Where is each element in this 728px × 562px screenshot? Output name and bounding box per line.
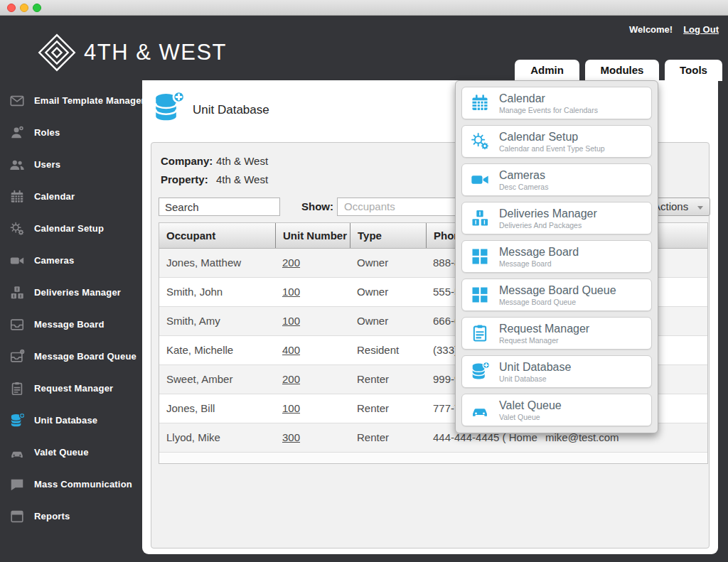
modules-dropdown-menu: CalendarManage Events for CalendarsCalen… xyxy=(455,80,658,433)
table-footer-strip xyxy=(159,453,707,463)
brand-logo-icon xyxy=(37,33,77,72)
unit-database-icon xyxy=(151,91,185,124)
calendar-icon xyxy=(470,93,490,113)
menu-item-unit-database[interactable]: Unit DatabaseUnit Database xyxy=(461,355,652,388)
unit-number-cell: 100 xyxy=(275,278,350,306)
unit-number-cell: 200 xyxy=(275,249,350,277)
calendar-icon xyxy=(9,189,25,205)
unit-number-link[interactable]: 300 xyxy=(282,431,300,443)
unit-number-link[interactable]: 200 xyxy=(282,256,300,269)
menu-item-title: Cameras xyxy=(499,169,548,182)
occupant-cell: Smith, John xyxy=(159,278,275,306)
menu-item-calendar[interactable]: CalendarManage Events for Calendars xyxy=(461,87,652,119)
menu-item-title: Unit Database xyxy=(499,361,571,374)
column-header-type[interactable]: Type xyxy=(350,223,426,248)
gears-icon xyxy=(9,221,25,237)
tab-admin[interactable]: Admin xyxy=(515,60,579,81)
menu-item-title: Message Board xyxy=(499,246,579,259)
sidebar-item-cameras[interactable]: Cameras xyxy=(0,244,142,276)
menu-item-subtitle: Unit Database xyxy=(499,374,571,383)
sidebar-item-calendar-setup[interactable]: Calendar Setup xyxy=(0,212,142,244)
company-label: Company: xyxy=(161,155,213,167)
unit-number-cell: 200 xyxy=(275,365,350,394)
videocam-icon xyxy=(9,253,25,269)
sidebar-item-mass-communication[interactable]: Mass Communication xyxy=(0,468,142,500)
menu-item-valet-queue[interactable]: Valet QueueValet Queue xyxy=(461,394,652,426)
menu-item-title: Calendar xyxy=(499,92,598,105)
minimize-window-button[interactable] xyxy=(20,4,28,12)
menu-item-title: Deliveries Manager xyxy=(499,207,597,220)
menu-item-calendar-setup[interactable]: Calendar SetupCalendar and Event Type Se… xyxy=(461,125,652,158)
menu-item-title: Message Board Queue xyxy=(499,284,616,297)
column-header-unit-number[interactable]: Unit Number xyxy=(275,223,350,248)
sidebar-item-reports[interactable]: Reports xyxy=(0,500,142,532)
occupant-cell: Jones, Matthew xyxy=(159,249,275,277)
menu-item-subtitle: Message Board Queue xyxy=(499,298,616,306)
chevron-down-icon xyxy=(697,206,703,210)
unit-number-link[interactable]: 400 xyxy=(282,344,300,356)
packages-icon xyxy=(9,285,25,301)
menu-item-cameras[interactable]: CamerasDesc Cameras xyxy=(461,163,652,196)
person-icon xyxy=(9,125,25,141)
grid-icon xyxy=(470,285,490,305)
logout-link[interactable]: Log Out xyxy=(683,24,719,35)
sidebar-item-users[interactable]: Users xyxy=(0,148,142,180)
type-cell: Owner xyxy=(350,249,426,277)
menu-item-subtitle: Calendar and Event Type Setup xyxy=(499,144,605,153)
sidebar-item-valet-queue[interactable]: Valet Queue xyxy=(0,436,142,468)
tab-modules[interactable]: Modules xyxy=(585,60,659,81)
sidebar-item-message-board[interactable]: Message Board xyxy=(0,308,142,340)
clipboard-icon xyxy=(470,323,490,343)
close-window-button[interactable] xyxy=(7,4,16,12)
menu-item-title: Calendar Setup xyxy=(499,131,605,144)
type-cell: Renter xyxy=(350,365,426,394)
type-cell: Renter xyxy=(350,394,426,423)
unit-number-link[interactable]: 100 xyxy=(282,286,300,298)
tab-tools[interactable]: Tools xyxy=(665,60,722,81)
sidebar-item-message-board-queue[interactable]: Message Board Queue xyxy=(0,340,142,372)
menu-item-request-manager[interactable]: Request ManagerRequest Manager xyxy=(461,317,652,350)
videocam-icon xyxy=(470,170,490,190)
occupant-cell: Kate, Michelle xyxy=(159,336,275,364)
clipboard-icon xyxy=(9,381,25,396)
type-cell: Owner xyxy=(350,307,426,335)
show-select[interactable]: Occupants xyxy=(337,198,472,216)
sidebar-item-deliveries-manager[interactable]: Deliveries Manager xyxy=(0,276,142,308)
grid-icon xyxy=(470,247,490,266)
column-header-occupant[interactable]: Occupant xyxy=(159,223,275,248)
sidebar-item-email-template-manager[interactable]: Email Template Manager xyxy=(0,85,142,117)
people-icon xyxy=(9,157,25,173)
type-cell: Resident xyxy=(350,336,426,364)
sidebar-item-request-manager[interactable]: Request Manager xyxy=(0,372,142,404)
zoom-window-button[interactable] xyxy=(33,4,41,12)
inbox-plus-icon xyxy=(9,349,25,364)
menu-item-deliveries-manager[interactable]: Deliveries ManagerDeliveries And Package… xyxy=(461,202,652,234)
database-plus-icon xyxy=(9,413,25,428)
type-cell: Owner xyxy=(350,278,426,306)
menu-item-title: Request Manager xyxy=(499,323,589,335)
chat-icon xyxy=(9,477,25,492)
menu-item-subtitle: Request Manager xyxy=(499,336,589,345)
search-input[interactable] xyxy=(159,198,280,216)
car-icon xyxy=(470,400,490,420)
menu-item-subtitle: Deliveries And Packages xyxy=(499,221,597,229)
menu-item-title: Valet Queue xyxy=(499,399,562,412)
car-icon xyxy=(9,445,25,460)
unit-number-link[interactable]: 100 xyxy=(282,315,300,327)
unit-number-link[interactable]: 200 xyxy=(282,373,300,385)
gears-icon xyxy=(470,131,490,151)
unit-number-cell: 100 xyxy=(275,394,350,423)
sidebar-item-roles[interactable]: Roles xyxy=(0,117,142,148)
occupant-cell: Smith, Amy xyxy=(159,307,275,335)
menu-item-subtitle: Message Board xyxy=(499,259,579,268)
menu-item-message-board[interactable]: Message BoardMessage Board xyxy=(461,240,652,273)
sidebar-item-unit-database[interactable]: Unit Database xyxy=(0,404,142,436)
menu-item-message-board-queue[interactable]: Message Board QueueMessage Board Queue xyxy=(461,279,652,311)
unit-number-link[interactable]: 100 xyxy=(282,402,300,414)
sidebar-item-calendar[interactable]: Calendar xyxy=(0,180,142,212)
company-value: 4th & West xyxy=(216,155,268,167)
inbox-icon xyxy=(9,317,25,333)
unit-number-cell: 400 xyxy=(275,336,350,364)
property-value: 4th & West xyxy=(216,173,268,185)
menu-item-subtitle: Manage Events for Calendars xyxy=(499,106,598,114)
